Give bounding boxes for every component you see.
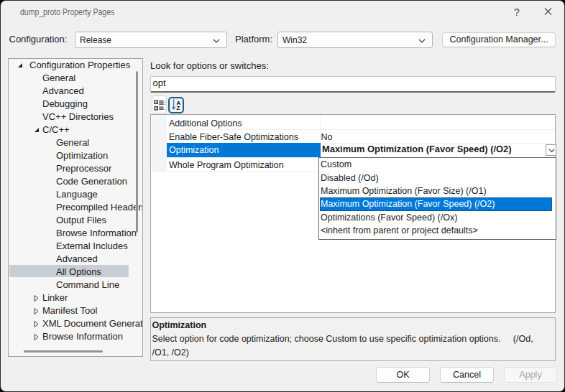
svg-text:Z: Z (176, 105, 180, 111)
